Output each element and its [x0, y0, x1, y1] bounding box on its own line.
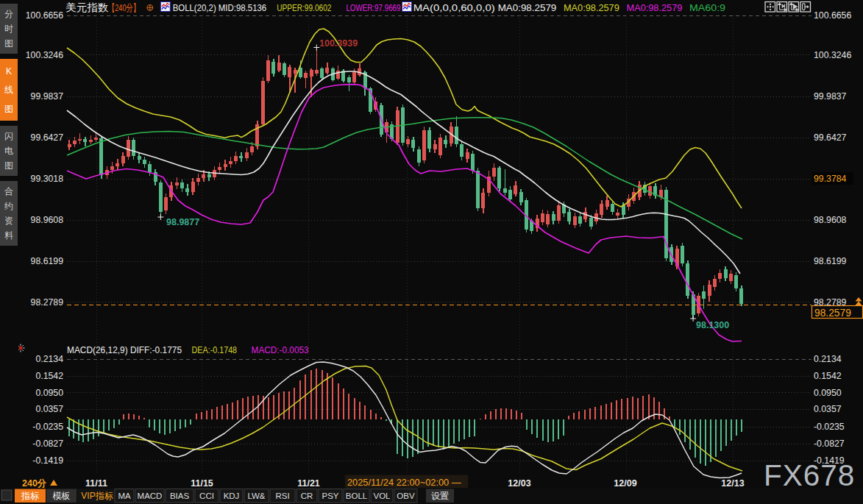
- svg-text:资: 资: [4, 216, 13, 226]
- svg-text:图: 图: [4, 38, 13, 49]
- svg-text:MA0:98.2579: MA0:98.2579: [627, 2, 683, 13]
- svg-text:100.3939: 100.3939: [319, 38, 358, 49]
- svg-text:-0.0827: -0.0827: [32, 439, 63, 449]
- svg-text:99.9837: 99.9837: [31, 91, 64, 102]
- svg-text:电: 电: [4, 146, 13, 156]
- svg-text:MACD:-0.0053: MACD:-0.0053: [252, 344, 309, 355]
- svg-text:-0.1419: -0.1419: [32, 455, 63, 466]
- svg-text:240分: 240分: [22, 478, 47, 489]
- svg-text:MA60:9: MA60:9: [689, 2, 725, 13]
- svg-text:约: 约: [4, 201, 13, 211]
- svg-text:12/13: 12/13: [721, 478, 744, 489]
- svg-text:时: 时: [4, 24, 13, 34]
- svg-text:MA0:98.2579: MA0:98.2579: [564, 2, 619, 13]
- svg-text:VIP指标: VIP指标: [81, 491, 113, 501]
- svg-text:98.9608: 98.9608: [31, 215, 64, 225]
- svg-text:98.6199: 98.6199: [31, 256, 64, 266]
- svg-text:PSY: PSY: [322, 491, 338, 500]
- svg-text:线: 线: [4, 85, 13, 95]
- svg-text:VOL: VOL: [373, 491, 391, 500]
- svg-text:LOWER:97.9669: LOWER:97.9669: [346, 2, 400, 13]
- svg-text:99.3784: 99.3784: [814, 174, 847, 184]
- svg-text:MA0:98.2579: MA0:98.2579: [498, 2, 557, 13]
- svg-text:CCI: CCI: [199, 491, 214, 500]
- svg-text:98.2789: 98.2789: [31, 297, 64, 308]
- svg-text:0.2134: 0.2134: [35, 354, 63, 364]
- svg-text:【240分】: 【240分】: [108, 2, 140, 13]
- svg-text:12/09: 12/09: [614, 478, 636, 489]
- svg-text:2025/11/24 22:00~02:00 —: 2025/11/24 22:00~02:00 —: [347, 477, 461, 488]
- svg-text:KDJ: KDJ: [224, 491, 240, 500]
- svg-text:-0.0235: -0.0235: [32, 422, 63, 432]
- svg-text:UPPER:99.0602: UPPER:99.0602: [277, 2, 331, 13]
- svg-text:OBV: OBV: [397, 491, 415, 500]
- svg-text:CR: CR: [301, 491, 313, 500]
- svg-text:100.6656: 100.6656: [814, 10, 851, 21]
- svg-text:MACD(26,12,9) DIFF:-0.1775: MACD(26,12,9) DIFF:-0.1775: [67, 344, 182, 355]
- svg-text:设置: 设置: [431, 491, 449, 501]
- svg-text:99.9837: 99.9837: [814, 91, 847, 102]
- svg-text:MA: MA: [118, 491, 131, 500]
- svg-text:99.6427: 99.6427: [814, 132, 847, 143]
- svg-text:LW&: LW&: [247, 491, 265, 500]
- svg-text:0.0950: 0.0950: [814, 388, 842, 398]
- svg-text:-0.0827: -0.0827: [814, 439, 845, 449]
- svg-text:0.0357: 0.0357: [814, 404, 842, 414]
- svg-text:闪: 闪: [4, 131, 13, 141]
- svg-text:99.6427: 99.6427: [31, 132, 64, 143]
- svg-text:99.3018: 99.3018: [31, 174, 64, 184]
- svg-text:BIAS: BIAS: [170, 491, 190, 500]
- svg-text:RSI: RSI: [275, 491, 289, 500]
- svg-text:料: 料: [4, 230, 13, 241]
- svg-text:98.6199: 98.6199: [814, 256, 847, 266]
- svg-text:100.3246: 100.3246: [26, 50, 63, 60]
- svg-text:BOLL: BOLL: [346, 491, 368, 500]
- svg-text:美元指数: 美元指数: [66, 1, 109, 13]
- svg-text:0.2134: 0.2134: [814, 354, 842, 364]
- svg-text:0.1542: 0.1542: [35, 371, 63, 381]
- svg-text:MACD: MACD: [138, 491, 163, 500]
- svg-text:图: 图: [4, 104, 13, 114]
- svg-text:11/15: 11/15: [191, 478, 213, 489]
- svg-text:指标: 指标: [21, 491, 40, 501]
- svg-text:BOLL(20,2) MID:98.5136: BOLL(20,2) MID:98.5136: [173, 2, 267, 13]
- svg-text:0.1542: 0.1542: [814, 371, 842, 381]
- svg-text:0.0357: 0.0357: [35, 404, 63, 414]
- svg-text:图: 图: [4, 160, 13, 171]
- svg-text:分: 分: [4, 9, 13, 19]
- svg-text:98.2579: 98.2579: [814, 308, 851, 319]
- svg-text:100.3246: 100.3246: [814, 50, 851, 60]
- svg-text:模板: 模板: [53, 491, 71, 501]
- svg-text:0.0950: 0.0950: [35, 388, 63, 398]
- svg-text:MA(0,0,0,60,0,0): MA(0,0,0,60,0,0): [413, 2, 495, 13]
- svg-text:98.9608: 98.9608: [814, 215, 847, 225]
- svg-text:FX678: FX678: [764, 458, 855, 492]
- svg-text:12/03: 12/03: [508, 478, 530, 489]
- svg-text:-0.0235: -0.0235: [814, 422, 845, 432]
- svg-text:98.1300: 98.1300: [696, 320, 729, 330]
- svg-text:11/21: 11/21: [297, 478, 320, 489]
- svg-text:100.6656: 100.6656: [26, 10, 63, 21]
- svg-text:合: 合: [4, 186, 13, 196]
- svg-text:K: K: [6, 66, 12, 77]
- svg-text:DEA:-0.1748: DEA:-0.1748: [192, 344, 238, 355]
- svg-text:11/11: 11/11: [85, 478, 107, 489]
- svg-text:98.9877: 98.9877: [166, 217, 199, 227]
